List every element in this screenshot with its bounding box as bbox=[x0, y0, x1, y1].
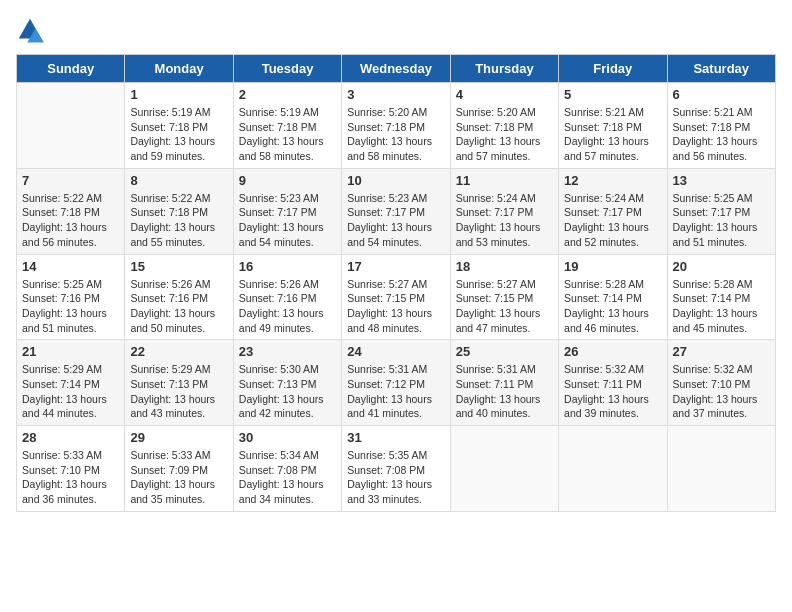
day-number: 5 bbox=[564, 87, 661, 102]
day-number: 2 bbox=[239, 87, 336, 102]
day-info: Sunrise: 5:28 AM Sunset: 7:14 PM Dayligh… bbox=[673, 277, 770, 336]
column-headers: SundayMondayTuesdayWednesdayThursdayFrid… bbox=[17, 55, 776, 83]
day-info: Sunrise: 5:28 AM Sunset: 7:14 PM Dayligh… bbox=[564, 277, 661, 336]
calendar-cell: 3Sunrise: 5:20 AM Sunset: 7:18 PM Daylig… bbox=[342, 83, 450, 169]
calendar-week-1: 1Sunrise: 5:19 AM Sunset: 7:18 PM Daylig… bbox=[17, 83, 776, 169]
day-number: 24 bbox=[347, 344, 444, 359]
day-info: Sunrise: 5:29 AM Sunset: 7:14 PM Dayligh… bbox=[22, 362, 119, 421]
day-number: 22 bbox=[130, 344, 227, 359]
col-header-saturday: Saturday bbox=[667, 55, 775, 83]
calendar-cell: 10Sunrise: 5:23 AM Sunset: 7:17 PM Dayli… bbox=[342, 168, 450, 254]
day-number: 13 bbox=[673, 173, 770, 188]
calendar-cell: 28Sunrise: 5:33 AM Sunset: 7:10 PM Dayli… bbox=[17, 426, 125, 512]
calendar-cell: 25Sunrise: 5:31 AM Sunset: 7:11 PM Dayli… bbox=[450, 340, 558, 426]
day-number: 6 bbox=[673, 87, 770, 102]
day-number: 4 bbox=[456, 87, 553, 102]
day-number: 21 bbox=[22, 344, 119, 359]
day-info: Sunrise: 5:31 AM Sunset: 7:12 PM Dayligh… bbox=[347, 362, 444, 421]
calendar-cell bbox=[450, 426, 558, 512]
day-info: Sunrise: 5:32 AM Sunset: 7:11 PM Dayligh… bbox=[564, 362, 661, 421]
day-number: 29 bbox=[130, 430, 227, 445]
calendar-week-5: 28Sunrise: 5:33 AM Sunset: 7:10 PM Dayli… bbox=[17, 426, 776, 512]
calendar-cell: 27Sunrise: 5:32 AM Sunset: 7:10 PM Dayli… bbox=[667, 340, 775, 426]
day-info: Sunrise: 5:27 AM Sunset: 7:15 PM Dayligh… bbox=[347, 277, 444, 336]
calendar-cell: 31Sunrise: 5:35 AM Sunset: 7:08 PM Dayli… bbox=[342, 426, 450, 512]
day-number: 27 bbox=[673, 344, 770, 359]
day-info: Sunrise: 5:34 AM Sunset: 7:08 PM Dayligh… bbox=[239, 448, 336, 507]
calendar-cell: 6Sunrise: 5:21 AM Sunset: 7:18 PM Daylig… bbox=[667, 83, 775, 169]
day-info: Sunrise: 5:22 AM Sunset: 7:18 PM Dayligh… bbox=[22, 191, 119, 250]
day-info: Sunrise: 5:19 AM Sunset: 7:18 PM Dayligh… bbox=[130, 105, 227, 164]
day-number: 20 bbox=[673, 259, 770, 274]
day-number: 7 bbox=[22, 173, 119, 188]
calendar-week-3: 14Sunrise: 5:25 AM Sunset: 7:16 PM Dayli… bbox=[17, 254, 776, 340]
day-info: Sunrise: 5:25 AM Sunset: 7:16 PM Dayligh… bbox=[22, 277, 119, 336]
day-number: 3 bbox=[347, 87, 444, 102]
calendar-week-2: 7Sunrise: 5:22 AM Sunset: 7:18 PM Daylig… bbox=[17, 168, 776, 254]
calendar-cell: 23Sunrise: 5:30 AM Sunset: 7:13 PM Dayli… bbox=[233, 340, 341, 426]
calendar-body: 1Sunrise: 5:19 AM Sunset: 7:18 PM Daylig… bbox=[17, 83, 776, 512]
day-info: Sunrise: 5:23 AM Sunset: 7:17 PM Dayligh… bbox=[239, 191, 336, 250]
day-number: 1 bbox=[130, 87, 227, 102]
day-number: 16 bbox=[239, 259, 336, 274]
calendar-cell: 4Sunrise: 5:20 AM Sunset: 7:18 PM Daylig… bbox=[450, 83, 558, 169]
calendar-week-4: 21Sunrise: 5:29 AM Sunset: 7:14 PM Dayli… bbox=[17, 340, 776, 426]
calendar-cell: 5Sunrise: 5:21 AM Sunset: 7:18 PM Daylig… bbox=[559, 83, 667, 169]
day-number: 26 bbox=[564, 344, 661, 359]
calendar-cell: 20Sunrise: 5:28 AM Sunset: 7:14 PM Dayli… bbox=[667, 254, 775, 340]
calendar-cell: 30Sunrise: 5:34 AM Sunset: 7:08 PM Dayli… bbox=[233, 426, 341, 512]
day-info: Sunrise: 5:23 AM Sunset: 7:17 PM Dayligh… bbox=[347, 191, 444, 250]
calendar-cell: 29Sunrise: 5:33 AM Sunset: 7:09 PM Dayli… bbox=[125, 426, 233, 512]
day-info: Sunrise: 5:22 AM Sunset: 7:18 PM Dayligh… bbox=[130, 191, 227, 250]
calendar-cell: 17Sunrise: 5:27 AM Sunset: 7:15 PM Dayli… bbox=[342, 254, 450, 340]
logo-icon bbox=[16, 16, 44, 44]
calendar-cell: 9Sunrise: 5:23 AM Sunset: 7:17 PM Daylig… bbox=[233, 168, 341, 254]
day-number: 10 bbox=[347, 173, 444, 188]
col-header-sunday: Sunday bbox=[17, 55, 125, 83]
day-info: Sunrise: 5:24 AM Sunset: 7:17 PM Dayligh… bbox=[456, 191, 553, 250]
day-number: 14 bbox=[22, 259, 119, 274]
day-number: 12 bbox=[564, 173, 661, 188]
day-info: Sunrise: 5:26 AM Sunset: 7:16 PM Dayligh… bbox=[239, 277, 336, 336]
day-info: Sunrise: 5:29 AM Sunset: 7:13 PM Dayligh… bbox=[130, 362, 227, 421]
day-number: 9 bbox=[239, 173, 336, 188]
calendar-cell bbox=[667, 426, 775, 512]
day-number: 25 bbox=[456, 344, 553, 359]
col-header-wednesday: Wednesday bbox=[342, 55, 450, 83]
calendar-cell: 22Sunrise: 5:29 AM Sunset: 7:13 PM Dayli… bbox=[125, 340, 233, 426]
day-info: Sunrise: 5:25 AM Sunset: 7:17 PM Dayligh… bbox=[673, 191, 770, 250]
day-number: 31 bbox=[347, 430, 444, 445]
day-info: Sunrise: 5:20 AM Sunset: 7:18 PM Dayligh… bbox=[347, 105, 444, 164]
col-header-monday: Monday bbox=[125, 55, 233, 83]
calendar-table: SundayMondayTuesdayWednesdayThursdayFrid… bbox=[16, 54, 776, 512]
calendar-cell: 1Sunrise: 5:19 AM Sunset: 7:18 PM Daylig… bbox=[125, 83, 233, 169]
day-info: Sunrise: 5:27 AM Sunset: 7:15 PM Dayligh… bbox=[456, 277, 553, 336]
col-header-tuesday: Tuesday bbox=[233, 55, 341, 83]
day-info: Sunrise: 5:21 AM Sunset: 7:18 PM Dayligh… bbox=[564, 105, 661, 164]
day-info: Sunrise: 5:33 AM Sunset: 7:09 PM Dayligh… bbox=[130, 448, 227, 507]
day-info: Sunrise: 5:21 AM Sunset: 7:18 PM Dayligh… bbox=[673, 105, 770, 164]
day-number: 23 bbox=[239, 344, 336, 359]
day-info: Sunrise: 5:20 AM Sunset: 7:18 PM Dayligh… bbox=[456, 105, 553, 164]
calendar-cell: 19Sunrise: 5:28 AM Sunset: 7:14 PM Dayli… bbox=[559, 254, 667, 340]
calendar-cell: 18Sunrise: 5:27 AM Sunset: 7:15 PM Dayli… bbox=[450, 254, 558, 340]
calendar-cell: 12Sunrise: 5:24 AM Sunset: 7:17 PM Dayli… bbox=[559, 168, 667, 254]
day-info: Sunrise: 5:26 AM Sunset: 7:16 PM Dayligh… bbox=[130, 277, 227, 336]
calendar-cell: 11Sunrise: 5:24 AM Sunset: 7:17 PM Dayli… bbox=[450, 168, 558, 254]
day-info: Sunrise: 5:33 AM Sunset: 7:10 PM Dayligh… bbox=[22, 448, 119, 507]
day-info: Sunrise: 5:31 AM Sunset: 7:11 PM Dayligh… bbox=[456, 362, 553, 421]
calendar-cell: 21Sunrise: 5:29 AM Sunset: 7:14 PM Dayli… bbox=[17, 340, 125, 426]
day-number: 17 bbox=[347, 259, 444, 274]
col-header-friday: Friday bbox=[559, 55, 667, 83]
calendar-cell: 7Sunrise: 5:22 AM Sunset: 7:18 PM Daylig… bbox=[17, 168, 125, 254]
day-number: 28 bbox=[22, 430, 119, 445]
calendar-cell: 2Sunrise: 5:19 AM Sunset: 7:18 PM Daylig… bbox=[233, 83, 341, 169]
calendar-cell: 15Sunrise: 5:26 AM Sunset: 7:16 PM Dayli… bbox=[125, 254, 233, 340]
calendar-cell: 26Sunrise: 5:32 AM Sunset: 7:11 PM Dayli… bbox=[559, 340, 667, 426]
calendar-cell: 13Sunrise: 5:25 AM Sunset: 7:17 PM Dayli… bbox=[667, 168, 775, 254]
calendar-cell: 8Sunrise: 5:22 AM Sunset: 7:18 PM Daylig… bbox=[125, 168, 233, 254]
calendar-cell: 14Sunrise: 5:25 AM Sunset: 7:16 PM Dayli… bbox=[17, 254, 125, 340]
day-number: 15 bbox=[130, 259, 227, 274]
day-info: Sunrise: 5:35 AM Sunset: 7:08 PM Dayligh… bbox=[347, 448, 444, 507]
logo bbox=[16, 16, 48, 44]
